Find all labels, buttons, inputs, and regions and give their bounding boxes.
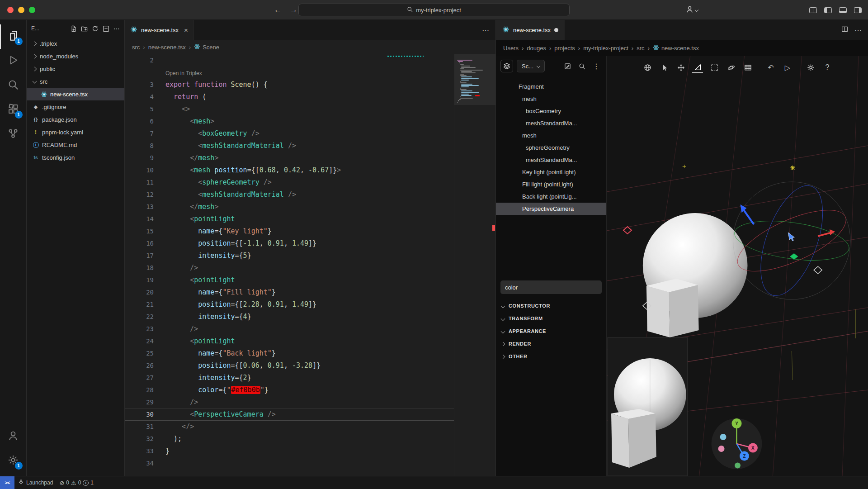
- problems-button[interactable]: ⊘ 0 ⚠ 0 i 1: [57, 476, 96, 489]
- triplex-tab-new-scene[interactable]: new-scene.tsx: [496, 20, 565, 40]
- code-line-21[interactable]: 21 position={[2.28, 0.91, 1.49]}: [125, 299, 495, 311]
- viewport-tool-select[interactable]: [659, 62, 670, 73]
- code-line-10[interactable]: 10 <mesh position={[0.68, 0.42, -0.67]}>: [125, 164, 495, 176]
- scene-tree-item-perspectivecamera[interactable]: PerspectiveCamera: [496, 203, 606, 215]
- breadcrumb-item-new-scene.tsx[interactable]: new-scene.tsx: [148, 44, 186, 51]
- file-tree-item-node_modules[interactable]: node_modules: [27, 50, 124, 62]
- scene-tree-item-key-light-pointlight-[interactable]: Key light (pointLight): [496, 166, 606, 178]
- prop-section-constructor[interactable]: CONSTRUCTOR: [496, 299, 606, 312]
- code-line-8[interactable]: 8 <meshStandardMaterial />: [125, 140, 495, 152]
- 3d-viewport[interactable]: ↶▷?: [607, 56, 868, 476]
- code-line-3[interactable]: 3export function Scene() {: [125, 79, 495, 91]
- remote-indicator[interactable]: ><: [0, 476, 14, 489]
- code-line-27[interactable]: 27 intensity={2}: [125, 372, 495, 384]
- toggle-primary-sidebar-icon[interactable]: [824, 7, 832, 13]
- breadcrumb-item-projects[interactable]: projects: [554, 45, 575, 52]
- editor-tabbar-more[interactable]: ⋯: [476, 20, 495, 40]
- axis-y-label[interactable]: Y: [735, 421, 738, 426]
- scene-menu-kebab-icon[interactable]: ⋮: [591, 61, 602, 71]
- scene-search-icon[interactable]: [576, 61, 587, 71]
- code-line-33[interactable]: 33}: [125, 445, 495, 457]
- code-line-9[interactable]: 9 </mesh>: [125, 152, 495, 164]
- scene-tree-item-boxgeometry[interactable]: boxGeometry: [496, 105, 606, 117]
- codelens-open-in-triplex[interactable]: Open in Triplex: [125, 66, 495, 79]
- close-tab-icon[interactable]: ×: [184, 26, 188, 34]
- close-window-button[interactable]: [7, 7, 14, 13]
- scene-layers-button[interactable]: [500, 60, 513, 72]
- command-center-search[interactable]: my-triplex-project: [298, 4, 570, 16]
- launchpad-button[interactable]: Launchpad: [14, 476, 57, 489]
- code-line-12[interactable]: 12 <meshStandardMaterial />: [125, 189, 495, 201]
- scene-select-dropdown[interactable]: Sc...: [517, 60, 545, 72]
- viewport-tool-play[interactable]: ▷: [782, 62, 793, 73]
- viewport-tool-settings[interactable]: [805, 62, 816, 73]
- code-line-11[interactable]: 11 <sphereGeometry />: [125, 176, 495, 189]
- code-line-24[interactable]: 24 <pointLight: [125, 335, 495, 347]
- file-tree-item-.gitignore[interactable]: ◆.gitignore: [27, 100, 124, 113]
- activity-item-accounts[interactable]: [0, 424, 27, 449]
- code-line-32[interactable]: 32 );: [125, 433, 495, 445]
- explorer-more-actions[interactable]: ⋯: [113, 25, 120, 32]
- breadcrumb-item-src[interactable]: src: [637, 45, 644, 52]
- viewport-tool-marquee[interactable]: [709, 62, 720, 73]
- code-line-34[interactable]: 34: [125, 457, 495, 470]
- code-line-26[interactable]: 26 position={[0.06, 0.91, -3.28]}: [125, 360, 495, 372]
- viewport-tool-globe[interactable]: [642, 62, 653, 73]
- breadcrumb-item-my-triplex-project[interactable]: my-triplex-project: [583, 45, 628, 52]
- scene-tree-item-mesh[interactable]: mesh: [496, 93, 606, 105]
- file-tree-item-new-scene.tsx[interactable]: new-scene.tsx: [27, 88, 124, 100]
- file-tree-item-pnpm-lock.yaml[interactable]: !pnpm-lock.yaml: [27, 126, 124, 138]
- prop-section-other[interactable]: OTHER: [496, 350, 606, 363]
- code-line-5[interactable]: 5 <>: [125, 103, 495, 115]
- breadcrumb-item-new-scene.tsx[interactable]: new-scene.tsx: [653, 44, 699, 52]
- activity-item-extensions[interactable]: 1: [0, 98, 27, 122]
- prop-section-render[interactable]: RENDER: [496, 337, 606, 350]
- activity-item-explorer[interactable]: 1: [0, 24, 27, 49]
- code-line-4[interactable]: 4 return (: [125, 91, 495, 103]
- code-line-17[interactable]: 17 intensity={5}: [125, 250, 495, 262]
- helper-diamond[interactable]: [814, 266, 822, 274]
- viewport-tool-transform[interactable]: [692, 62, 703, 73]
- 3d-viewport-canvas[interactable]: Y X Z: [607, 56, 868, 476]
- viewport-tool-help[interactable]: ?: [822, 62, 833, 73]
- scene-tree-item-fragment[interactable]: Fragment: [496, 81, 606, 93]
- minimize-window-button[interactable]: [18, 7, 24, 13]
- history-back-button[interactable]: ←: [274, 5, 282, 14]
- breadcrumb-item-douges[interactable]: douges: [527, 45, 546, 52]
- light-gizmo[interactable]: [683, 165, 686, 168]
- file-tree-item-tsconfig.json[interactable]: tstsconfig.json: [27, 151, 124, 164]
- zoom-window-button[interactable]: [29, 7, 35, 13]
- customize-layout-icon[interactable]: [809, 7, 817, 13]
- prop-section-transform[interactable]: TRANSFORM: [496, 312, 606, 325]
- viewport-tool-move[interactable]: [675, 62, 686, 73]
- triplex-more-actions[interactable]: ⋯: [854, 26, 862, 34]
- code-line-20[interactable]: 20 name={"Fill light"}: [125, 286, 495, 299]
- file-tree-item-README.md[interactable]: iREADME.md: [27, 138, 124, 151]
- code-line-14[interactable]: 14 <pointLight: [125, 213, 495, 225]
- new-folder-button[interactable]: [81, 25, 88, 32]
- activity-item-settings[interactable]: 1: [0, 449, 27, 473]
- file-tree-item-src[interactable]: src: [27, 75, 124, 88]
- code-line-16[interactable]: 16 position={[-1.1, 0.91, 1.49]}: [125, 237, 495, 250]
- toggle-panel-icon[interactable]: [839, 7, 847, 13]
- file-tree-item-public[interactable]: public: [27, 62, 124, 75]
- minimap[interactable]: [454, 54, 495, 476]
- scene-tree-item-meshstandardma-[interactable]: meshStandardMa...: [496, 117, 606, 129]
- code-line-22[interactable]: 22 intensity={4}: [125, 311, 495, 323]
- activity-item-remote[interactable]: [0, 122, 27, 147]
- viewport-tool-grid[interactable]: [742, 62, 753, 73]
- code-line-28[interactable]: 28 color={"#ef0b0b"}: [125, 384, 495, 396]
- axis-gizmo[interactable]: Y X Z: [712, 418, 762, 469]
- split-editor-icon[interactable]: [841, 26, 848, 34]
- copilot-menu[interactable]: [686, 5, 698, 15]
- scene-tree-item-fill-light-pointlight-[interactable]: Fill light (pointLight): [496, 178, 606, 190]
- breadcrumb-item-src[interactable]: src: [132, 44, 140, 51]
- new-file-button[interactable]: [70, 25, 77, 32]
- open-in-editor-icon[interactable]: [562, 61, 573, 71]
- code-editor[interactable]: 2Open in Triplex3export function Scene()…: [125, 54, 495, 476]
- breadcrumb-item-Users[interactable]: Users: [503, 45, 519, 52]
- light-helper-marker[interactable]: [623, 227, 632, 234]
- props-filter-input[interactable]: [500, 280, 602, 294]
- code-line-15[interactable]: 15 name={"Key light"}: [125, 225, 495, 237]
- activity-item-search[interactable]: [0, 73, 27, 98]
